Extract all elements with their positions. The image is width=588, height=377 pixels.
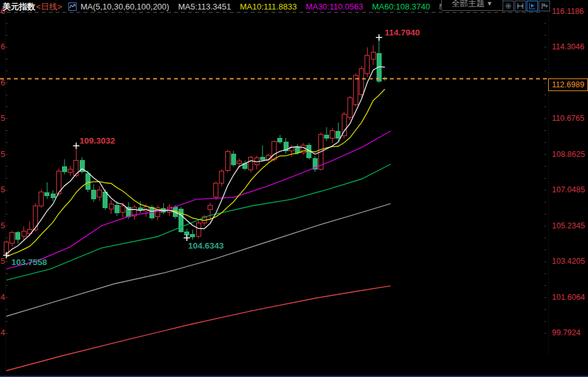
- candle-up: [22, 232, 26, 237]
- candle-up: [196, 223, 201, 237]
- candle-up: [237, 161, 242, 164]
- candle-up: [347, 98, 352, 117]
- ma-legend-item-ma5: MA5:113.3451: [178, 2, 231, 11]
- mini-chart-icon: [68, 3, 77, 11]
- price-annotation: 103.7558: [11, 257, 47, 267]
- fit-width-icon[interactable]: [515, 1, 526, 11]
- ma-legend-item-ma-settings: MA(5,10,30,60,100,200): [80, 2, 169, 11]
- candle-up: [39, 192, 44, 206]
- left-axis-clipped-digit: 4: [1, 293, 6, 302]
- candlestick-chart-canvas[interactable]: 109.3032114.7940104.6343103.7558: [0, 0, 588, 377]
- symbol-title: 美元指数: [3, 1, 35, 13]
- left-axis-clipped-digit: 6: [1, 78, 6, 88]
- candle-down: [278, 138, 282, 142]
- candle-up: [360, 69, 364, 95]
- candle-up: [225, 152, 230, 171]
- candle-up: [266, 156, 271, 160]
- theme-dropdown-label: 全部主题: [452, 0, 485, 9]
- left-axis-clipped-digit: 5: [1, 257, 6, 266]
- left-axis-clipped-digit: 4: [1, 328, 6, 338]
- ma-legend: MA(5,10,30,60,100,200)MA5:113.3451MA10:1…: [80, 2, 474, 11]
- shift-right-icon[interactable]: [539, 1, 550, 11]
- candle-down: [231, 154, 235, 164]
- candle-up: [272, 142, 277, 160]
- candle-down: [191, 235, 195, 237]
- right-axis-price-label: 107.0485: [552, 185, 587, 195]
- right-axis-price-label: 101.6064: [552, 293, 587, 302]
- right-axis-price-label: 105.2345: [552, 221, 587, 231]
- candle-up: [249, 158, 253, 170]
- candle-down: [115, 205, 119, 213]
- ma-legend-item-ma30: MA30:110.0563: [306, 2, 363, 11]
- price-annotation: 104.6343: [188, 241, 224, 250]
- candle-down: [51, 194, 55, 197]
- candle-up: [354, 76, 358, 104]
- candle-up: [365, 55, 370, 74]
- ma10-line: [6, 89, 385, 257]
- right-axis-price-label: 110.6765: [552, 114, 587, 123]
- theme-dropdown-button[interactable]: 全部主题 ▼: [441, 0, 503, 11]
- candle-down: [92, 190, 96, 199]
- left-axis-clipped-digit: 5: [1, 185, 6, 195]
- candle-up: [208, 206, 213, 210]
- candle-up: [220, 171, 224, 183]
- candle-up: [97, 190, 102, 197]
- left-axis-clipped-digit: 5: [1, 150, 6, 159]
- candle-down: [325, 135, 329, 138]
- right-axis-price-label: 103.4205: [552, 257, 587, 266]
- candle-down: [45, 192, 49, 195]
- price-annotation: 109.3032: [79, 136, 115, 145]
- chart-window: 美元指数 <日线> MA(5,10,30,60,100,200)MA5:113.…: [0, 0, 588, 377]
- candle-up: [4, 242, 9, 254]
- candle-up: [68, 169, 73, 172]
- candle-up: [214, 183, 218, 197]
- right-axis-price-label: 99.7924: [552, 328, 587, 338]
- auto-scale-icon[interactable]: [527, 1, 538, 11]
- candle-down: [138, 208, 142, 210]
- candle-up: [109, 204, 113, 209]
- candle-down: [336, 131, 341, 139]
- left-axis-clipped-digit: 6: [1, 42, 6, 52]
- candle-down: [185, 232, 189, 235]
- left-axis-clipped-digit: 5: [1, 114, 6, 123]
- candle-up: [330, 130, 335, 138]
- ma-legend-item-ma10: MA10:111.8833: [240, 2, 297, 11]
- candle-up: [371, 52, 375, 59]
- candle-up: [342, 114, 346, 136]
- chart-toolbar: [503, 1, 550, 11]
- candle-down: [16, 233, 20, 240]
- ma100-line: [6, 204, 391, 316]
- candle-up: [121, 206, 125, 212]
- pan-icon[interactable]: [503, 1, 514, 11]
- candle-down: [85, 173, 90, 189]
- candle-up: [10, 233, 15, 244]
- price-annotation: 114.7940: [385, 28, 420, 37]
- candle-down: [296, 147, 300, 152]
- ma-legend-item-ma60: MA60:108.3740: [372, 2, 430, 11]
- right-axis-price-label: 114.3046: [552, 42, 587, 52]
- ma5-line: [6, 66, 385, 254]
- left-axis-clipped-digit: 5: [1, 221, 6, 231]
- current-price-badge: 112.6989: [548, 78, 588, 91]
- candle-down: [63, 166, 67, 171]
- right-axis-price-label: 108.8625: [552, 150, 587, 159]
- caret-down-icon: ▼: [487, 0, 493, 7]
- candle-down: [103, 192, 108, 208]
- period-tag: <日线>: [36, 1, 62, 13]
- candle-down: [260, 158, 265, 160]
